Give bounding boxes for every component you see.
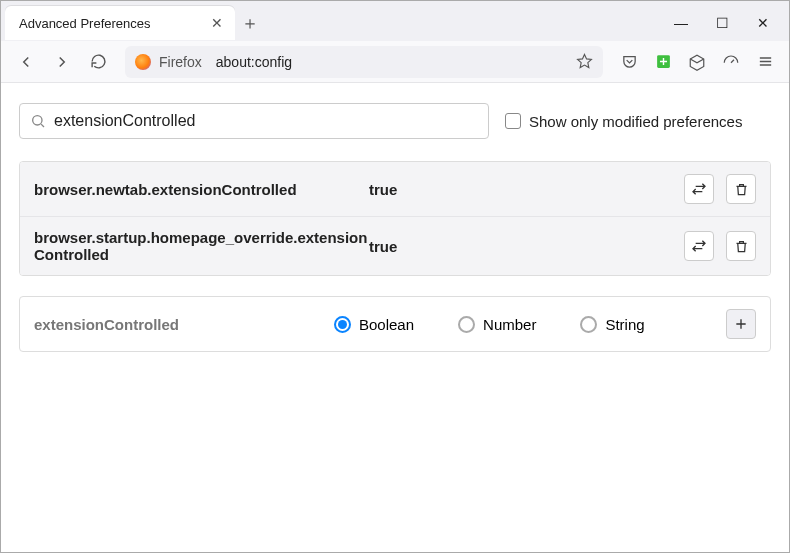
add-preference-name: extensionControlled: [34, 316, 334, 333]
preference-row[interactable]: browser.newtab.extensionControlled true: [20, 162, 770, 217]
url-bar[interactable]: Firefox about:config: [125, 46, 603, 78]
delete-button[interactable]: [726, 174, 756, 204]
add-preference-row: extensionControlled Boolean Number Strin…: [19, 296, 771, 352]
preference-name: browser.newtab.extensionControlled: [34, 181, 369, 198]
back-button[interactable]: [11, 47, 41, 77]
preference-list: browser.newtab.extensionControlled true …: [19, 161, 771, 276]
preference-row[interactable]: browser.startup.homepage_override.extens…: [20, 217, 770, 275]
radio-icon: [458, 316, 475, 333]
preference-search-box[interactable]: extensionControlled: [19, 103, 489, 139]
new-tab-button[interactable]: ＋: [235, 11, 265, 35]
pocket-icon[interactable]: [615, 48, 643, 76]
svg-point-1: [33, 116, 42, 125]
show-modified-checkbox-label[interactable]: Show only modified preferences: [505, 113, 742, 130]
close-tab-icon[interactable]: ✕: [209, 15, 225, 31]
firefox-icon: [135, 54, 151, 70]
bookmark-star-icon[interactable]: [576, 53, 593, 70]
minimize-button[interactable]: —: [674, 15, 688, 31]
about-config-content: extensionControlled Show only modified p…: [1, 83, 789, 372]
type-radio-group: Boolean Number String: [334, 316, 726, 333]
maximize-button[interactable]: ☐: [716, 15, 729, 31]
close-window-button[interactable]: ✕: [757, 15, 769, 31]
nav-toolbar: Firefox about:config: [1, 41, 789, 83]
forward-button[interactable]: [47, 47, 77, 77]
radio-label: Number: [483, 316, 536, 333]
radio-icon: [334, 316, 351, 333]
add-button[interactable]: [726, 309, 756, 339]
radio-string[interactable]: String: [580, 316, 644, 333]
radio-number[interactable]: Number: [458, 316, 536, 333]
tab-bar: Advanced Preferences ✕ ＋ — ☐ ✕: [1, 1, 789, 41]
extension-icon[interactable]: [649, 48, 677, 76]
radio-label: String: [605, 316, 644, 333]
tab-title: Advanced Preferences: [19, 16, 209, 31]
preference-value: true: [369, 238, 684, 255]
preference-name: browser.startup.homepage_override.extens…: [34, 229, 369, 263]
radio-icon: [580, 316, 597, 333]
url-text: about:config: [210, 54, 568, 70]
reload-button[interactable]: [83, 47, 113, 77]
inbox-icon[interactable]: [683, 48, 711, 76]
brand-label: Firefox: [159, 54, 202, 70]
search-icon: [30, 113, 46, 129]
preference-value: true: [369, 181, 684, 198]
checkbox-text: Show only modified preferences: [529, 113, 742, 130]
toggle-button[interactable]: [684, 231, 714, 261]
radio-boolean[interactable]: Boolean: [334, 316, 414, 333]
show-modified-checkbox[interactable]: [505, 113, 521, 129]
toggle-button[interactable]: [684, 174, 714, 204]
menu-button[interactable]: [751, 48, 779, 76]
radio-label: Boolean: [359, 316, 414, 333]
search-value: extensionControlled: [54, 112, 478, 130]
tab-advanced-preferences[interactable]: Advanced Preferences ✕: [5, 6, 235, 40]
delete-button[interactable]: [726, 231, 756, 261]
dashboard-icon[interactable]: [717, 48, 745, 76]
